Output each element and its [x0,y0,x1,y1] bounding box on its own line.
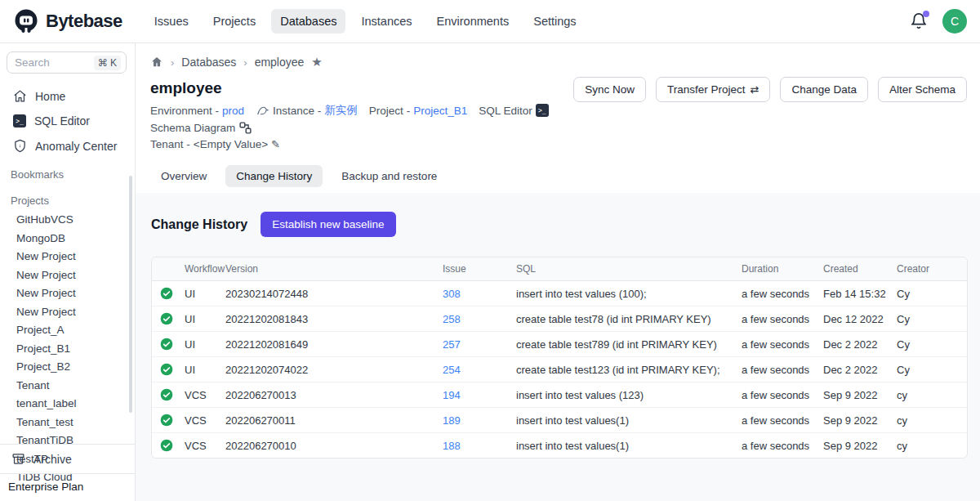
duration-cell: a few seconds [738,282,820,306]
sync-now-button[interactable]: Sync Now [573,77,646,102]
schema-diagram-shortcut[interactable]: Schema Diagram [150,121,252,135]
change-history-row[interactable]: VCS202206270013194insert into test value… [152,382,967,408]
change-history-row[interactable]: VCS202206270011189insert into test value… [152,408,967,433]
duration-cell: a few seconds [738,409,820,432]
workflow-cell: VCS [181,409,222,432]
created-cell: Sep 9 2022 [820,409,893,432]
sidebar-project-item[interactable]: Project_A [0,321,135,340]
issue-cell: 189 [439,409,513,432]
column-header-version: Version [222,257,439,280]
establish-baseline-button[interactable]: Establish new baseline [261,212,395,237]
nav-item-settings[interactable]: Settings [524,9,585,34]
breadcrumb-home-icon[interactable] [150,56,163,69]
edit-tenant-pencil-icon[interactable]: ✎ [271,138,280,150]
sql-editor-shortcut[interactable]: SQL Editor >_ [479,104,549,117]
tab-change-history[interactable]: Change History [225,165,323,187]
sidebar-project-item[interactable]: New Project [0,303,135,322]
sidebar-project-item[interactable]: Tenant_test [0,414,135,432]
terminal-icon: >_ [13,114,26,127]
tab-overview[interactable]: Overview [150,165,217,187]
nav-item-projects[interactable]: Projects [204,9,265,34]
issue-cell: 258 [439,307,513,331]
top-navigation-bar: Bytebase IssuesProjectsDatabasesInstance… [0,0,980,43]
sidebar-scrollbar[interactable] [129,176,132,413]
change-history-row[interactable]: UI20221202081649257create table test789 … [152,332,967,357]
nav-item-environments[interactable]: Environments [428,9,519,34]
sidebar-project-item[interactable]: Project_B1 [0,340,135,359]
issue-link[interactable]: 194 [443,389,461,401]
transfer-project-button[interactable]: Transfer Project⇄ [656,77,770,102]
creator-cell: Cy [893,358,967,382]
sidebar-project-item[interactable]: New Project [0,266,135,285]
sidebar-item-sql-editor[interactable]: >_ SQL Editor [0,109,135,133]
environment-link[interactable]: prod [222,105,244,117]
sidebar-item-archive[interactable]: Archive [0,445,135,473]
sql-editor-label: SQL Editor [479,105,532,117]
sidebar-project-item[interactable]: tenant_label [0,395,135,414]
sidebar-project-item[interactable]: Project_B2 [0,358,135,377]
alter-schema-button[interactable]: Alter Schema [878,77,967,102]
bookmarks-section-label: Bookmarks [0,159,135,185]
change-history-row[interactable]: UI20221202074022254create table test123 … [152,357,967,382]
sidebar-item-label: SQL Editor [34,114,90,127]
tab-backup-and-restore[interactable]: Backup and restore [331,165,448,187]
issue-link[interactable]: 189 [443,414,461,427]
table-body: UI20230214072448308insert into test valu… [152,281,967,458]
nav-item-databases[interactable]: Databases [271,9,345,34]
change-history-row[interactable]: VCS202206270010188insert into test value… [152,433,967,458]
sidebar: ⌘ K Home >_ SQL Editor Anomaly Center Bo… [0,43,136,501]
status-cell [152,281,181,306]
issue-link[interactable]: 308 [443,288,461,300]
issue-link[interactable]: 257 [443,338,461,351]
success-check-icon [160,363,173,376]
sidebar-project-item[interactable]: Tenant [0,377,135,396]
project-link[interactable]: Project_B1 [413,105,467,117]
user-avatar[interactable]: C [942,9,967,34]
sidebar-item-home[interactable]: Home [0,83,135,109]
workflow-cell: UI [181,282,222,306]
transfer-arrows-icon: ⇄ [750,83,759,96]
environment-label: Environment - [150,105,219,117]
workflow-cell: UI [181,307,222,331]
sidebar-project-item[interactable]: MongoDB [0,230,135,248]
issue-link[interactable]: 188 [443,440,461,452]
creator-cell: Cy [893,307,967,331]
favorite-star-icon[interactable]: ★ [311,55,322,69]
change-history-row[interactable]: UI20221202081843258create table test78 (… [152,306,967,332]
created-cell: Dec 12 2022 [820,307,893,331]
nav-item-instances[interactable]: Instances [352,9,421,34]
created-cell: Dec 2 2022 [820,358,893,382]
sidebar-project-item[interactable]: New Project [0,284,135,303]
mysql-engine-icon [256,104,270,118]
issue-link[interactable]: 254 [443,364,461,376]
instance-label: Instance - [273,105,321,117]
sidebar-project-item[interactable]: GitHubVCS [0,211,135,230]
issue-link[interactable]: 258 [443,313,461,325]
button-label: Transfer Project [667,83,746,96]
instance-link[interactable]: 新实例 [324,103,358,118]
breadcrumb-employee[interactable]: employee [255,56,305,69]
database-meta-line1: Environment - prod Instance - 新实例 Projec… [150,103,573,135]
change-data-button[interactable]: Change Data [780,77,868,102]
page-title: employee [150,79,573,97]
search-box[interactable]: ⌘ K [7,51,127,74]
sidebar-project-item[interactable]: New Project [0,248,135,266]
sql-cell: create table test123 (id int PRIMARY KEY… [513,358,738,382]
tenant-value: <Empty Value> [194,138,268,150]
breadcrumb-databases[interactable]: Databases [181,56,236,69]
brand-name: Bytebase [46,11,122,32]
notification-bell-button[interactable] [910,12,928,30]
created-cell: Sep 9 2022 [820,383,893,407]
change-history-panel: Change History Establish new baseline Wo… [136,193,980,501]
change-history-row[interactable]: UI20230214072448308insert into test valu… [152,281,967,306]
change-history-heading: Change History [151,217,247,232]
duration-cell: a few seconds [738,383,820,407]
sidebar-item-anomaly-center[interactable]: Anomaly Center [0,133,135,159]
bytebase-logo[interactable]: Bytebase [13,8,122,34]
terminal-icon: >_ [536,104,549,117]
bytebase-logo-icon [13,8,39,34]
search-input[interactable] [15,56,80,69]
column-header-creator: Creator [893,257,967,280]
version-cell: 202206270013 [222,383,439,407]
nav-item-issues[interactable]: Issues [145,9,198,34]
